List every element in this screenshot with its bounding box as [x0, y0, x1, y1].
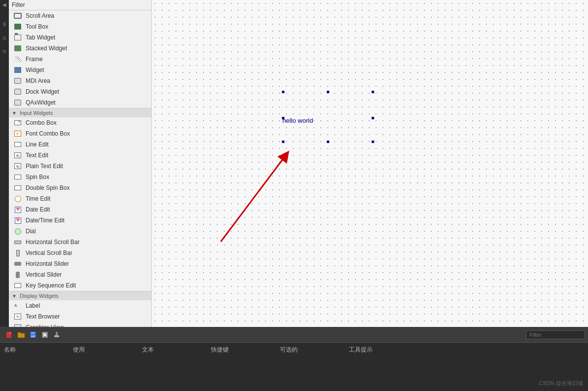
- sidebar-item-label: Vertical Scroll Bar: [26, 249, 72, 256]
- toolbar-btn-tool[interactable]: [51, 329, 62, 340]
- svg-rect-14: [56, 332, 58, 336]
- sidebar-item-label: Dock Widget: [26, 88, 59, 95]
- line-edit-icon: [13, 141, 23, 148]
- widget-icon: [13, 66, 23, 74]
- sidebar-item-datetime-edit[interactable]: 📅 Date/Time Edit: [9, 215, 151, 226]
- table-col-name: 名称: [4, 346, 34, 354]
- time-edit-icon: [13, 195, 23, 203]
- sidebar-item-stacked-widget[interactable]: Stacked Widget: [9, 43, 151, 54]
- sidebar-item-dial[interactable]: Dial: [9, 226, 151, 237]
- toolbar-btn-save[interactable]: [28, 329, 38, 340]
- sidebar-item-scroll-area[interactable]: Scroll Area: [9, 10, 151, 21]
- sidebar-item-label: Scroll Area: [26, 12, 54, 19]
- sidebar-item-plain-text-edit[interactable]: A| Plain Text Edit: [9, 161, 151, 172]
- sidebar-item-tool-box[interactable]: Tool Box: [9, 21, 151, 32]
- sidebar-item-frame[interactable]: Frame: [9, 54, 151, 65]
- sidebar-item-label: Vertical Slider: [26, 271, 62, 278]
- sidebar-item-time-edit[interactable]: Time Edit: [9, 193, 151, 204]
- sidebar-item-label: Combo Box: [26, 119, 57, 126]
- filter-bar: Filter: [9, 0, 151, 10]
- left-panel-label: W: [2, 22, 7, 27]
- mdi-area-icon: [13, 77, 23, 85]
- table-header-row: 名称 使用 文本 快捷键 可选的 工具提示: [4, 345, 584, 355]
- canvas-area[interactable]: hello world: [152, 0, 588, 327]
- datetime-edit-icon: 📅: [13, 216, 23, 224]
- section-header-label: Display Widgets: [20, 293, 59, 299]
- toolbar-btn-open[interactable]: [16, 329, 27, 340]
- toolbar-btn-new[interactable]: [4, 329, 15, 340]
- widget-list: Scroll Area Tool Box Tab Widget Stacked …: [9, 10, 151, 327]
- sidebar-item-graphics-view[interactable]: Graphics View: [9, 322, 151, 327]
- sidebar-item-text-edit[interactable]: A| Text Edit: [9, 150, 151, 161]
- sidebar-item-qaxwidget[interactable]: QAxWidget: [9, 97, 151, 108]
- vertical-scroll-bar-icon: [13, 249, 23, 257]
- input-widgets-header[interactable]: ▼ Input Widgets: [9, 108, 151, 117]
- selection-handle-tl[interactable]: [282, 91, 284, 93]
- selection-handle-tm[interactable]: [327, 91, 329, 93]
- hello-world-label: hello world: [282, 117, 313, 124]
- sidebar-item-widget[interactable]: Widget: [9, 65, 151, 75]
- bottom-toolbar: [0, 327, 588, 343]
- collapse-arrow: ▼: [12, 110, 17, 116]
- sidebar-item-label: Plain Text Edit: [26, 163, 63, 170]
- toolbar-btn-close[interactable]: [39, 329, 50, 340]
- sidebar-item-date-edit[interactable]: 📅 Date Edit: [9, 204, 151, 215]
- table-col-optional: 可选的: [280, 346, 310, 354]
- sidebar-item-combo-box[interactable]: Combo Box: [9, 117, 151, 128]
- display-widgets-header[interactable]: ▼ Display Widgets: [9, 291, 151, 300]
- selection-handle-bm[interactable]: [327, 141, 329, 143]
- sidebar-item-label: Frame: [26, 56, 43, 63]
- sidebar-item-label: Text Browser: [26, 313, 60, 320]
- selection-handle-br[interactable]: [372, 141, 374, 143]
- plain-text-edit-icon: A|: [13, 162, 23, 170]
- toolbox-icon: [13, 23, 23, 31]
- sidebar-item-tab-widget[interactable]: Tab Widget: [9, 32, 151, 43]
- horizontal-scroll-bar-icon: [13, 238, 23, 246]
- double-spin-box-icon: [13, 184, 23, 192]
- selection-handle-tr[interactable]: [372, 91, 374, 93]
- sidebar-item-label: Font Combo Box: [26, 130, 70, 137]
- sidebar-item-key-sequence-edit[interactable]: Key Sequence Edit: [9, 280, 151, 291]
- sidebar-item-label[interactable]: A Label: [9, 300, 151, 311]
- sidebar-item-label: Line Edit: [26, 141, 49, 148]
- sidebar-item-mdi-area[interactable]: MDI Area: [9, 75, 151, 86]
- sidebar-item-label: Widget: [26, 67, 44, 73]
- sidebar-item-vertical-scroll-bar[interactable]: Vertical Scroll Bar: [9, 248, 151, 258]
- sidebar-item-label: MDI Area: [26, 77, 50, 84]
- selection-handle-bl[interactable]: [282, 141, 284, 143]
- left-panel: ◀ W O D: [0, 0, 9, 327]
- graphics-view-icon: [13, 323, 23, 327]
- svg-rect-6: [18, 333, 25, 338]
- sidebar-item-line-edit[interactable]: Line Edit: [9, 139, 151, 150]
- label-icon: A: [13, 302, 23, 310]
- qaxwidget-icon: [13, 99, 23, 107]
- sidebar-item-label: Text Edit: [26, 152, 48, 159]
- sidebar-item-label: QAxWidget: [26, 99, 56, 106]
- selection-handle-mr[interactable]: [372, 117, 374, 119]
- sidebar-item-label: Tool Box: [26, 23, 48, 30]
- widget-sidebar: Filter Scroll Area Tool Box Tab Widge: [9, 0, 152, 327]
- dot-grid-background: [152, 0, 588, 327]
- sidebar-item-label: Label: [26, 302, 40, 309]
- svg-rect-9: [31, 332, 35, 334]
- sidebar-item-font-combo-box[interactable]: F Font Combo Box: [9, 128, 151, 139]
- sidebar-item-vertical-slider[interactable]: Vertical Slider: [9, 269, 151, 280]
- sidebar-item-horizontal-slider[interactable]: Horizontal Slider: [9, 258, 151, 269]
- dock-widget-icon: [13, 88, 23, 96]
- svg-rect-15: [54, 335, 59, 337]
- left-panel-label2: O: [2, 36, 7, 40]
- sidebar-item-spin-box[interactable]: Spin Box: [9, 172, 151, 182]
- sidebar-item-horizontal-scroll-bar[interactable]: Horizontal Scroll Bar: [9, 237, 151, 248]
- left-panel-label3: D: [2, 50, 7, 53]
- bottom-filter-input[interactable]: [526, 330, 585, 339]
- sidebar-item-text-browser[interactable]: A| Text Browser: [9, 311, 151, 322]
- svg-rect-7: [18, 332, 21, 334]
- filter-label: Filter: [12, 1, 25, 8]
- stacked-widget-icon: [13, 44, 23, 52]
- sidebar-item-double-spin-box[interactable]: Double Spin Box: [9, 182, 151, 193]
- font-combo-box-icon: F: [13, 130, 23, 138]
- sidebar-item-label: Spin Box: [26, 174, 49, 180]
- left-panel-item[interactable]: ◀: [2, 2, 6, 7]
- date-edit-icon: 📅: [13, 206, 23, 213]
- sidebar-item-dock-widget[interactable]: Dock Widget: [9, 86, 151, 97]
